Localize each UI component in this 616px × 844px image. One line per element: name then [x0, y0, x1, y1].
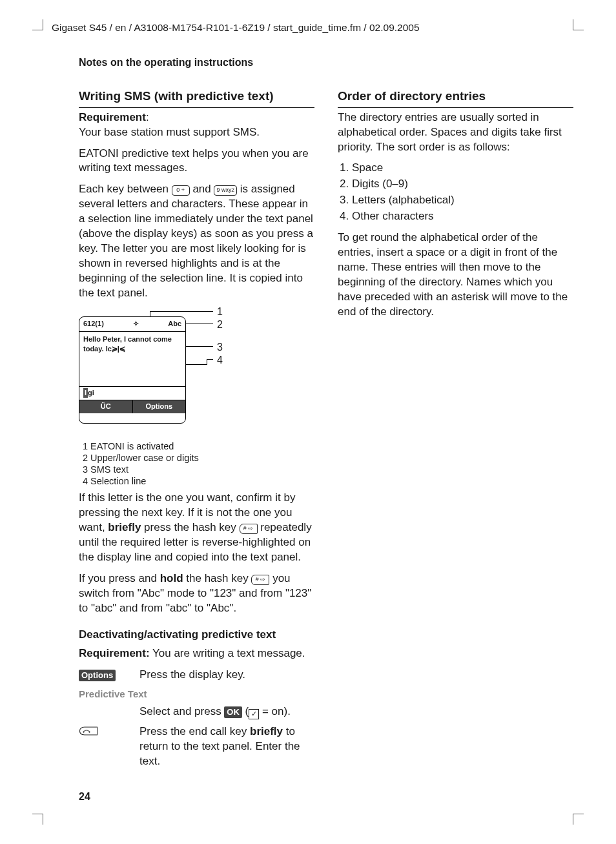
callout-line-2 [186, 324, 213, 324]
requirement-colon: : [146, 111, 149, 123]
step-ok: Select and press OK (✓ = on). [79, 705, 314, 719]
confirm-letter-paragraph: If this letter is the one you want, conf… [79, 491, 314, 565]
hash-key-icon: # ⇨ [240, 524, 258, 534]
right-column: Order of directory entries The directory… [338, 88, 573, 774]
display-text-panel: Hello Peter, I cannot come today. Ic≽|≼ [79, 332, 185, 386]
selection-highlight: I [83, 388, 88, 398]
subheading-deactivate: Deactivating/activating predictive text [79, 628, 314, 643]
requirement-2-label: Requirement: [79, 647, 150, 659]
eatoni-intro: EATONI predictive text helps you when yo… [79, 147, 314, 176]
columns: Writing SMS (with predictive text) Requi… [43, 88, 573, 774]
eatoni-icon: ✧ [104, 319, 168, 329]
heading-writing-sms: Writing SMS (with predictive text) [79, 88, 314, 108]
key-range-paragraph: Each key between 0 + and 9 wxyz is assig… [79, 182, 314, 301]
callout-1: 1 [217, 305, 223, 319]
softkey-bar: ÜC Options [79, 400, 185, 413]
legend-4: 4 Selection line [83, 475, 314, 487]
page-number: 24 [79, 791, 90, 803]
callout-line-1h [150, 311, 213, 312]
requirement-label: Requirement [79, 111, 146, 123]
phone-display: 612(1) ✧ Abc Hello Peter, I cannot come … [79, 316, 186, 424]
crop-mark-tl [32, 19, 43, 30]
callout-line-4h2 [207, 359, 213, 360]
legend-3: 3 SMS text [83, 464, 314, 475]
diagram-legend: 1 EATONI is activated 2 Upper/lower case… [83, 440, 314, 488]
checkbox-icon: ✓ [249, 709, 259, 719]
header-path: Gigaset S45 / en / A31008-M1754-R101-1-6… [43, 19, 573, 37]
cursor-icon: ≽|≼ [112, 344, 125, 354]
page: Gigaset S45 / en / A31008-M1754-R101-1-6… [0, 0, 616, 844]
requirement-text: Your base station must support SMS. [79, 126, 260, 138]
sort-intro: The directory entries are usually sorted… [338, 110, 573, 155]
menu-predictive-text: Predictive Text [79, 688, 314, 701]
selection-rest: gi [88, 389, 94, 396]
key-9-icon: 9 wxyz [214, 185, 237, 196]
sort-order-list: Space Digits (0–9) Letters (alphabetical… [338, 161, 573, 224]
sort-item-other: Other characters [352, 209, 573, 224]
step-options: Options Press the display key. [79, 668, 314, 683]
legend-1: 1 EATONI is activated [83, 440, 314, 452]
callout-line-4v2 [207, 359, 207, 365]
softkey-left: ÜC [79, 400, 133, 413]
legend-2: 2 Upper/lower case or digits [83, 452, 314, 464]
sms-text-line-1: Hello Peter, I cannot come [83, 335, 181, 344]
requirement-line: Requirement: Your base station must supp… [79, 110, 314, 140]
end-call-key-icon [79, 726, 98, 736]
crop-mark-bl [32, 814, 43, 825]
display-top-bar: 612(1) ✧ Abc [79, 317, 185, 332]
sort-bypass: To get round the alphabetical order of t… [338, 231, 573, 320]
step-options-text: Press the display key. [139, 668, 314, 683]
sort-item-space: Space [352, 161, 573, 176]
crop-mark-tr [573, 19, 584, 30]
softkey-right: Options [133, 400, 186, 413]
hash-key-icon-2: # ⇨ [251, 575, 269, 585]
callout-4: 4 [217, 353, 223, 367]
hold-hash-paragraph: If you press and hold the hash key # ⇨ y… [79, 571, 314, 616]
callout-2: 2 [217, 318, 223, 332]
requirement-2: Requirement: You are writing a text mess… [79, 646, 314, 661]
sms-text-line-2: today. Ic≽|≼ [83, 344, 181, 354]
crop-mark-br [573, 814, 584, 825]
sort-item-letters: Letters (alphabetical) [352, 193, 573, 208]
step-endcall: Press the end call key briefly to return… [79, 725, 314, 769]
options-display-key: Options [79, 670, 116, 681]
case-mode: Abc [168, 319, 185, 329]
sms-display-diagram: 1 2 3 4 612(1) ✧ Abc Hello Peter, I cann… [79, 307, 272, 437]
svg-point-0 [83, 731, 84, 732]
key-0-icon: 0 + [172, 185, 190, 196]
callout-3: 3 [217, 340, 223, 355]
callout-line-1v [150, 311, 150, 316]
ok-display-key: OK [224, 706, 242, 718]
selection-line: Igi [79, 386, 185, 400]
svg-point-1 [88, 731, 90, 732]
char-count: 612(1) [79, 319, 104, 329]
section-title: Notes on the operating instructions [79, 57, 573, 68]
callout-line-3 [186, 346, 213, 347]
heading-order-directory: Order of directory entries [338, 88, 573, 108]
sort-item-digits: Digits (0–9) [352, 177, 573, 192]
left-column: Writing SMS (with predictive text) Requi… [79, 88, 314, 774]
